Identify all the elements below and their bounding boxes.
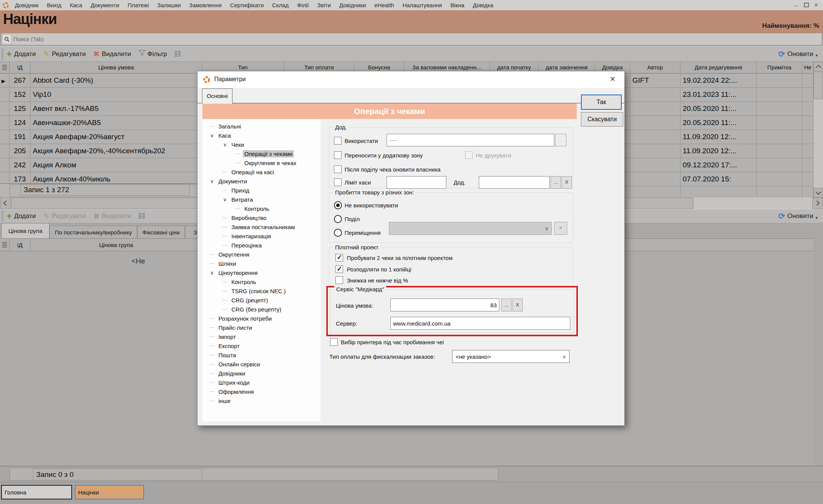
tree-item[interactable]: Прихід bbox=[202, 186, 321, 195]
dialog-titlebar[interactable]: Параметри × bbox=[197, 71, 624, 88]
use-checkbox[interactable] bbox=[334, 137, 342, 144]
lower-delete-button[interactable]: ✖Видалити bbox=[93, 212, 131, 221]
cash-limit-checkbox[interactable] bbox=[334, 178, 342, 186]
column-header[interactable]: Автор bbox=[630, 62, 680, 74]
tree-item[interactable]: Довідники bbox=[202, 369, 321, 378]
ok-button[interactable]: Так bbox=[581, 95, 622, 110]
tree-item[interactable]: ∨Витрата bbox=[202, 195, 321, 204]
tree-item[interactable]: Розрахунок потреби bbox=[202, 314, 321, 323]
menu-item[interactable]: Замовлення bbox=[185, 0, 226, 10]
scroll-up-button[interactable] bbox=[813, 62, 823, 71]
price-condition-input[interactable] bbox=[390, 299, 499, 311]
menu-item[interactable]: eHealth bbox=[370, 0, 398, 10]
menu-item[interactable]: Документи bbox=[87, 0, 124, 10]
scroll-down-button[interactable] bbox=[813, 188, 823, 197]
tree-item[interactable]: Прайс-листи bbox=[202, 323, 321, 332]
tree-expand-icon[interactable]: ∨ bbox=[209, 133, 215, 138]
tree-item[interactable]: Контроль bbox=[202, 204, 321, 213]
tree-item[interactable]: TSRG (список NEC.) bbox=[202, 286, 321, 295]
dod2-input[interactable] bbox=[479, 176, 550, 189]
pilot-checkbox[interactable] bbox=[335, 276, 343, 284]
menu-item[interactable]: Звіти bbox=[313, 0, 335, 10]
menu-item[interactable]: Вікна bbox=[446, 0, 469, 10]
column-header[interactable]: Дата редагування bbox=[680, 62, 757, 74]
lower-tab[interactable]: Фіксовані ціни bbox=[137, 226, 185, 238]
tree-item[interactable]: Експорт bbox=[202, 341, 321, 350]
cash-limit-input[interactable] bbox=[387, 176, 446, 189]
tree-item[interactable]: ∨Каса bbox=[202, 131, 321, 140]
taskbar-tab[interactable]: Головна bbox=[1, 485, 72, 499]
restore-button[interactable] bbox=[802, 1, 811, 9]
use-value-input[interactable] bbox=[387, 134, 554, 146]
column-header[interactable]: ІД bbox=[10, 62, 30, 74]
column-header[interactable]: Цінова умова bbox=[30, 62, 202, 74]
use-browse-button[interactable]: … bbox=[555, 134, 566, 146]
tree-item[interactable]: Штрих-коди bbox=[202, 378, 321, 387]
menu-item[interactable]: Налаштування bbox=[398, 0, 446, 10]
tree-item[interactable]: Оформлення bbox=[202, 387, 321, 396]
add-button[interactable]: +Додати bbox=[6, 50, 36, 58]
menu-item[interactable]: Довідники bbox=[335, 0, 370, 10]
tree-item[interactable]: Імпорт bbox=[202, 332, 321, 341]
tree-item[interactable]: ∨Документи bbox=[202, 177, 321, 186]
column-header[interactable]: Цінова група bbox=[30, 239, 202, 251]
printer-select-checkbox[interactable] bbox=[330, 338, 338, 346]
fiscal-payment-combo[interactable]: <не указано> ∨ bbox=[452, 350, 570, 363]
tree-expand-icon[interactable]: ∨ bbox=[209, 270, 215, 276]
tree-expand-icon[interactable]: ∨ bbox=[222, 142, 228, 148]
tree-expand-icon[interactable]: ∨ bbox=[222, 197, 228, 202]
tree-item[interactable]: Округлення bbox=[202, 250, 321, 259]
after-split-checkbox[interactable] bbox=[334, 165, 342, 173]
lower-tab[interactable]: По постачальнику/виробнику bbox=[50, 226, 137, 238]
tree-item[interactable]: CRG (рецепт) bbox=[202, 295, 321, 305]
zone-radio[interactable] bbox=[334, 201, 342, 209]
tree-item[interactable]: інше bbox=[202, 396, 321, 405]
tree-item[interactable]: Пошта bbox=[202, 350, 321, 360]
lower-tab[interactable]: Цінова група bbox=[1, 223, 50, 238]
refresh-button[interactable]: ⟳Оновити▾ bbox=[778, 50, 818, 59]
lower-columns-button[interactable] bbox=[139, 213, 146, 219]
columns-button[interactable] bbox=[175, 51, 181, 57]
filter-button[interactable]: Фільтр bbox=[139, 50, 167, 58]
edit-button[interactable]: ✎Редагувати bbox=[43, 50, 86, 58]
tree-item[interactable]: ∨Ціноутворення bbox=[202, 268, 321, 277]
menu-item[interactable]: Довідник bbox=[11, 0, 43, 10]
tree-item[interactable]: Інвентаризація bbox=[202, 231, 321, 241]
tree-item[interactable]: CRG (без рецепту) bbox=[202, 305, 321, 314]
tree-item[interactable]: Онлайн сервіси bbox=[202, 360, 321, 369]
menu-item[interactable]: Склад bbox=[268, 0, 293, 10]
cancel-button[interactable]: Скасувати bbox=[581, 112, 623, 127]
column-header[interactable]: ІД bbox=[10, 239, 30, 251]
menu-item[interactable]: Філії bbox=[293, 0, 313, 10]
dod2-clear-button[interactable]: X bbox=[562, 176, 572, 189]
minimize-button[interactable]: – bbox=[792, 1, 801, 9]
dialog-close-button[interactable]: × bbox=[606, 73, 619, 85]
tree-item[interactable]: Заявка постачальникам bbox=[202, 222, 321, 231]
pilot-checkbox[interactable] bbox=[335, 254, 343, 262]
dod2-browse-button[interactable]: … bbox=[550, 176, 561, 189]
tree-item[interactable]: Переоцінка bbox=[202, 241, 321, 250]
server-input[interactable] bbox=[390, 317, 570, 330]
search-input[interactable] bbox=[13, 35, 822, 43]
delete-button[interactable]: ✖Видалити bbox=[93, 50, 131, 58]
tree-item[interactable]: Виробництво bbox=[202, 213, 321, 222]
column-header[interactable]: Не bbox=[802, 62, 813, 74]
close-button[interactable]: × bbox=[812, 1, 821, 9]
lower-refresh-button[interactable]: ⟳Оновити▾ bbox=[778, 212, 818, 221]
column-header[interactable]: Примітка bbox=[757, 62, 802, 74]
lower-edit-button[interactable]: ✎Редагувати bbox=[43, 212, 86, 221]
menu-item[interactable]: Платежі bbox=[124, 0, 153, 10]
scroll-left-button[interactable] bbox=[0, 197, 11, 209]
tree-item[interactable]: ∨Чеки bbox=[202, 140, 321, 149]
pilot-checkbox[interactable] bbox=[335, 265, 343, 273]
scroll-thumb[interactable] bbox=[813, 72, 823, 99]
tree-item[interactable]: Загальні bbox=[202, 122, 321, 131]
tree-item[interactable]: Округление в чеках bbox=[202, 158, 321, 167]
move-zone-checkbox[interactable] bbox=[334, 151, 342, 159]
toolbar-grip[interactable] bbox=[2, 49, 3, 59]
scroll-right-button[interactable] bbox=[812, 197, 823, 209]
price-browse-button[interactable]: … bbox=[501, 299, 512, 311]
toolbar-grip[interactable] bbox=[2, 211, 3, 222]
menu-item[interactable]: Каса bbox=[66, 0, 87, 10]
tree-item[interactable]: Операції на касі bbox=[202, 167, 321, 177]
